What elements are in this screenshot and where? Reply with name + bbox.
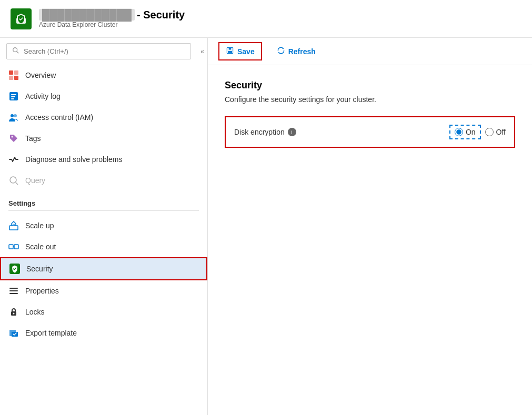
nav-item-access-control[interactable]: Access control (IAM): [0, 107, 207, 128]
title-suffix: - Security: [137, 9, 185, 21]
header-subtitle: Azure Data Explorer Cluster: [39, 21, 185, 28]
app-icon: [11, 8, 32, 29]
nav-item-tags[interactable]: Tags: [0, 128, 207, 149]
save-label: Save: [237, 47, 255, 56]
svg-rect-8: [11, 94, 16, 95]
page-title: ████████████- Security: [39, 9, 185, 21]
query-icon: [8, 175, 19, 186]
export-icon: [8, 328, 19, 338]
collapse-button[interactable]: «: [197, 47, 207, 56]
svg-point-12: [14, 114, 17, 117]
info-icon[interactable]: i: [288, 128, 296, 136]
header: ████████████- Security Azure Data Explor…: [0, 0, 532, 38]
nav-label-overview: Overview: [25, 71, 56, 79]
nav-item-diagnose[interactable]: Diagnose and solve problems: [0, 149, 207, 170]
activity-icon: [8, 91, 19, 102]
locks-icon: [8, 307, 19, 317]
svg-line-15: [16, 183, 18, 185]
refresh-label: Refresh: [288, 47, 316, 56]
nav-label-security: Security: [26, 265, 53, 273]
settings-divider: [8, 210, 199, 211]
svg-rect-3: [9, 70, 13, 75]
access-icon: [8, 112, 19, 123]
radio-on-label: On: [466, 128, 476, 136]
overview-icon: [8, 70, 19, 80]
save-button[interactable]: Save: [218, 42, 262, 60]
search-box[interactable]: [6, 43, 191, 59]
header-text: ████████████- Security Azure Data Explor…: [39, 9, 185, 28]
diagnose-icon: [8, 154, 19, 165]
svg-rect-5: [9, 76, 13, 80]
svg-rect-4: [14, 70, 18, 75]
nav-item-security[interactable]: Security: [0, 257, 207, 280]
properties-icon: [8, 286, 19, 296]
settings-section-label: Settings: [0, 191, 207, 210]
tags-icon: [8, 133, 19, 144]
disk-encryption-text: Disk encryption: [234, 128, 285, 136]
disk-encryption-label: Disk encryption i: [234, 128, 449, 136]
nav-item-scale-out[interactable]: Scale out: [0, 236, 207, 257]
scaleup-icon: [8, 220, 19, 231]
nav-label-activity: Activity log: [25, 92, 61, 100]
nav-label-locks: Locks: [25, 308, 45, 316]
nav-label-diagnose: Diagnose and solve problems: [25, 155, 122, 164]
svg-line-2: [17, 52, 19, 54]
svg-point-14: [10, 177, 16, 183]
nav-label-tags: Tags: [25, 134, 41, 143]
nav-label-export: Export template: [25, 329, 77, 337]
svg-rect-9: [11, 96, 15, 97]
nav-label-properties: Properties: [25, 287, 59, 295]
svg-rect-19: [9, 288, 18, 289]
disk-encryption-box: Disk encryption i On Off: [225, 116, 515, 148]
svg-rect-6: [14, 76, 18, 80]
svg-point-1: [13, 48, 17, 52]
svg-point-11: [11, 114, 14, 117]
nav-item-activity-log[interactable]: Activity log: [0, 86, 207, 107]
sidebar: « Overview Activity log Access control (…: [0, 38, 208, 415]
radio-off-input[interactable]: [485, 128, 494, 136]
content-body: Security Configure the security settings…: [208, 65, 532, 415]
radio-on-input[interactable]: [455, 128, 463, 136]
svg-rect-10: [11, 98, 14, 99]
svg-rect-27: [229, 47, 232, 49]
nav-item-scale-up[interactable]: Scale up: [0, 215, 207, 236]
cluster-name: ████████████: [39, 9, 135, 21]
scaleout-icon: [8, 241, 19, 252]
nav-item-query[interactable]: Query: [0, 170, 207, 191]
svg-point-23: [13, 313, 15, 315]
radio-on-option[interactable]: On: [455, 128, 476, 136]
nav-label-access: Access control (IAM): [25, 113, 93, 122]
nav-label-scaleup: Scale up: [25, 221, 54, 230]
radio-on-container: On: [449, 125, 481, 139]
nav-item-properties[interactable]: Properties: [0, 280, 207, 301]
nav-label-query: Query: [25, 176, 45, 185]
main-layout: « Overview Activity log Access control (…: [0, 38, 532, 415]
section-title: Security: [225, 80, 515, 91]
radio-off-option[interactable]: Off: [485, 128, 506, 136]
search-icon: [12, 47, 19, 56]
svg-rect-18: [14, 245, 18, 249]
disk-encryption-radio-group: On Off: [449, 125, 506, 139]
nav-item-overview[interactable]: Overview: [0, 65, 207, 86]
svg-rect-20: [9, 290, 18, 291]
content-area: Save Refresh Security Configure the secu…: [208, 38, 532, 415]
toolbar: Save Refresh: [208, 38, 532, 65]
search-input[interactable]: [24, 47, 185, 55]
svg-rect-21: [9, 293, 18, 294]
nav-label-scaleout: Scale out: [25, 242, 56, 251]
svg-point-13: [12, 136, 13, 138]
nav-item-export-template[interactable]: Export template: [0, 322, 207, 343]
svg-rect-17: [9, 245, 13, 249]
svg-rect-16: [9, 226, 18, 230]
radio-off-label: Off: [496, 128, 506, 136]
svg-rect-28: [228, 51, 232, 53]
refresh-icon: [277, 46, 285, 56]
section-description: Configure the security settings for your…: [225, 95, 515, 104]
security-icon: [9, 264, 20, 274]
save-icon: [226, 46, 234, 56]
nav-item-locks[interactable]: Locks: [0, 301, 207, 322]
refresh-button[interactable]: Refresh: [270, 43, 322, 59]
